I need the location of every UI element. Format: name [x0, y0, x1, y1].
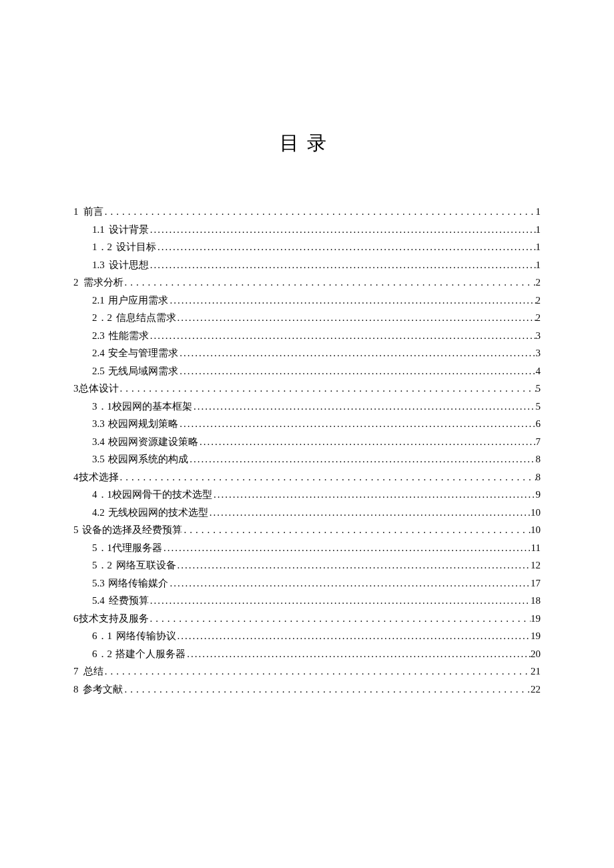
- toc-entry: 2.5无线局域网需求..............................…: [73, 363, 541, 379]
- toc-leader-dots: ........................................…: [188, 451, 535, 467]
- toc-entry-label: 用户应用需求: [108, 292, 168, 308]
- toc-entry-label: 设计背景: [109, 222, 149, 238]
- toc-entry-number: 6．2: [92, 646, 112, 662]
- toc-entry-page: 3: [536, 345, 541, 361]
- toc-entry-label: 搭建个人服务器: [115, 646, 186, 662]
- toc-entry-label: 设备的选择及经费预算: [82, 522, 182, 538]
- toc-entry: 6．1网络传输协议...............................…: [73, 628, 541, 644]
- toc-entry-number: 7: [73, 663, 79, 679]
- toc-entry-label: 信息结点需求: [116, 310, 176, 326]
- toc-entry-label: 设计目标: [116, 239, 156, 255]
- toc-entry-number: 5．2: [92, 557, 112, 573]
- toc-entry: 5.3网络传输媒介...............................…: [73, 575, 541, 591]
- toc-entry-number: 4.2: [92, 504, 105, 520]
- toc-entry-number: 1.1: [92, 222, 105, 238]
- toc-entry-number: 5.3: [92, 575, 105, 591]
- toc-leader-dots: ........................................…: [182, 522, 531, 538]
- toc-entry: 6．2搭建个人服务器..............................…: [73, 646, 541, 662]
- toc-entry-label: 设计思想: [109, 257, 149, 273]
- toc-leader-dots: ........................................…: [123, 681, 531, 697]
- toc-leader-dots: ........................................…: [149, 610, 531, 626]
- toc-entry-page: 17: [531, 575, 541, 591]
- toc-entry-page: 19: [531, 628, 541, 644]
- toc-entry: 4技术选择...................................…: [73, 469, 541, 485]
- toc-entry-number: 5.4: [92, 592, 105, 608]
- toc-entry: 1前言.....................................…: [73, 203, 541, 220]
- toc-entry: 6技术支持及服务................................…: [73, 610, 541, 626]
- toc-entry: 1．2设计目标.................................…: [73, 239, 541, 255]
- page-title: 目录: [73, 130, 541, 157]
- toc-entry-label: 性能需求: [109, 328, 149, 344]
- toc-entry-page: 18: [531, 592, 541, 608]
- toc-leader-dots: ........................................…: [156, 239, 536, 255]
- toc-entry: 2.1用户应用需求...............................…: [73, 292, 541, 308]
- toc-entry: 3.3校园网规划策略..............................…: [73, 416, 541, 432]
- toc-entry-number: 5．1: [92, 540, 112, 556]
- toc-entry-number: 4: [73, 469, 79, 485]
- toc-entry-page: 2: [536, 292, 541, 308]
- toc-leader-dots: ........................................…: [103, 203, 536, 220]
- toc-entry-number: 4．1: [92, 486, 112, 502]
- toc-leader-dots: ........................................…: [123, 274, 536, 290]
- toc-entry-page: 5: [536, 398, 541, 414]
- toc-entry-number: 2: [73, 274, 79, 290]
- toc-entry-number: 2.1: [92, 292, 105, 308]
- toc-entry-number: 2.4: [92, 345, 105, 361]
- toc-entry-label: 校园网规划策略: [108, 416, 178, 432]
- page: 目录 1前言..................................…: [0, 0, 614, 868]
- toc-entry-number: 8: [73, 681, 79, 697]
- toc-entry-number: 3.3: [92, 416, 105, 432]
- toc-entry-page: 4: [536, 363, 541, 379]
- toc-entry-number: 3.5: [92, 451, 105, 467]
- toc-entry-label: 网络互联设备: [116, 557, 176, 573]
- toc-entry-label: 参考文献: [83, 681, 123, 697]
- toc-entry: 2．2信息结点需求...............................…: [73, 310, 541, 326]
- toc-entry-page: 1: [536, 257, 541, 273]
- toc-entry-label: 无线局域网需求: [108, 363, 178, 379]
- toc-entry-label: 需求分析: [83, 274, 123, 290]
- toc-entry: 2.3性能需求.................................…: [73, 328, 541, 344]
- toc-entry: 8参考文献...................................…: [73, 681, 541, 697]
- toc-entry-number: 1: [73, 203, 79, 220]
- toc-entry-page: 21: [531, 663, 541, 679]
- toc-entry: 2.4安全与管理需求..............................…: [73, 345, 541, 361]
- toc-leader-dots: ........................................…: [162, 540, 531, 556]
- toc-leader-dots: ........................................…: [192, 398, 536, 414]
- toc-entry: 1.3设计思想.................................…: [73, 257, 541, 273]
- toc-entry-label: 校园网的基本框架: [112, 398, 192, 414]
- toc-entry-label: 技术选择: [79, 469, 119, 485]
- toc-entry-label: 技术支持及服务: [79, 610, 149, 626]
- toc-leader-dots: ........................................…: [168, 575, 531, 591]
- toc-leader-dots: ........................................…: [198, 434, 536, 450]
- toc-entry: 5．2网络互联设备...............................…: [73, 557, 541, 573]
- toc-leader-dots: ........................................…: [208, 504, 531, 520]
- toc-entry-page: 20: [531, 646, 541, 662]
- toc-entry-label: 经费预算: [109, 592, 149, 608]
- toc-entry-label: 校园网资源建设策略: [108, 434, 198, 450]
- toc-entry: 3．1校园网的基本框架.............................…: [73, 398, 541, 414]
- toc-entry-page: 2: [536, 310, 541, 326]
- toc-entry-number: 2．2: [92, 310, 112, 326]
- toc-leader-dots: ........................................…: [178, 363, 535, 379]
- toc-entry-page: 10: [531, 522, 541, 538]
- toc-entry-page: 11: [531, 540, 541, 556]
- toc-entry-number: 5: [73, 522, 79, 538]
- toc-leader-dots: ........................................…: [119, 469, 536, 485]
- toc-entry: 4.2无线校园网的技术选型...........................…: [73, 504, 541, 520]
- toc-entry-label: 网络传输媒介: [108, 575, 168, 591]
- toc-leader-dots: ........................................…: [176, 310, 536, 326]
- toc-entry-page: 5: [536, 380, 541, 396]
- toc-entry-page: 12: [531, 557, 541, 573]
- toc-entry-label: 安全与管理需求: [108, 345, 178, 361]
- table-of-contents: 1前言.....................................…: [73, 203, 541, 697]
- toc-entry-number: 3.4: [92, 434, 105, 450]
- toc-entry: 5设备的选择及经费预算.............................…: [73, 522, 541, 538]
- toc-entry-number: 6．1: [92, 628, 112, 644]
- toc-entry-page: 10: [531, 504, 541, 520]
- toc-entry-label: 网络传输协议: [116, 628, 176, 644]
- toc-entry-page: 1: [536, 222, 541, 238]
- toc-entry: 4．1校园网骨干的技术选型...........................…: [73, 486, 541, 502]
- toc-entry-page: 6: [536, 416, 541, 432]
- toc-leader-dots: ........................................…: [103, 663, 531, 679]
- toc-entry: 1.1设计背景.................................…: [73, 222, 541, 238]
